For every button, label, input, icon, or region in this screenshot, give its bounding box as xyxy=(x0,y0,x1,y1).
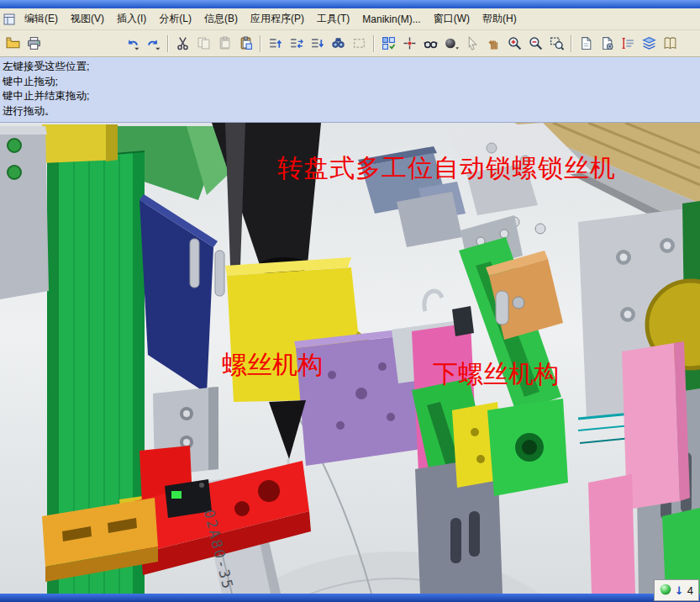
list-swap-icon[interactable] xyxy=(287,34,306,53)
prompt-line: 左键接受这些位置; xyxy=(3,60,697,75)
annotation-lower-screw-mechanism: 下螺丝机构 xyxy=(433,357,559,392)
zoom-out-icon[interactable] xyxy=(526,34,545,53)
menu-edit[interactable]: 编辑(E) xyxy=(18,9,64,29)
toolbar-separator xyxy=(373,35,375,52)
menu-bar: 编辑(E) 视图(V) 插入(I) 分析(L) 信息(B) 应用程序(P) 工具… xyxy=(0,8,700,30)
menu-information[interactable]: 信息(B) xyxy=(198,9,244,29)
application-window: 编辑(E) 视图(V) 插入(I) 分析(L) 信息(B) 应用程序(P) 工具… xyxy=(0,0,700,602)
find-icon[interactable] xyxy=(329,34,348,53)
copy-icon[interactable] xyxy=(194,34,213,53)
taskbar-strip xyxy=(0,594,700,602)
menu-tools[interactable]: 工具(T) xyxy=(311,9,355,29)
part-green-block[interactable] xyxy=(487,399,568,496)
main-toolbar xyxy=(0,30,700,57)
annotation-machine-title: 转盘式多工位自动锁螺锁丝机 xyxy=(277,151,616,186)
point-constructor-icon[interactable] xyxy=(400,34,419,53)
new-sheet-icon[interactable] xyxy=(576,34,596,53)
title-bar[interactable] xyxy=(0,0,700,8)
paste-special-icon[interactable] xyxy=(236,34,255,53)
menu-help[interactable]: 帮助(H) xyxy=(476,9,523,29)
part-bottom-pink-plate[interactable] xyxy=(588,474,635,594)
undo-icon[interactable] xyxy=(123,34,142,53)
layers-icon[interactable] xyxy=(639,34,659,53)
graphics-viewport[interactable]: 转盘式多工位自动锁螺锁丝机 螺丝机构 下螺丝机构 02A80-35 xyxy=(0,123,700,594)
rename-text-icon[interactable] xyxy=(618,34,638,53)
tray-sphere-icon[interactable] xyxy=(660,584,671,598)
zoom-window-icon[interactable] xyxy=(547,34,566,53)
system-menu-icon[interactable] xyxy=(3,13,15,25)
tray-count: 4 xyxy=(687,584,693,597)
print-icon[interactable] xyxy=(24,34,44,53)
open-icon[interactable] xyxy=(3,34,23,53)
prompt-area: 左键接受这些位置; 键中止拖动; 键中止并结束拖动; 进行拖动。 xyxy=(0,57,700,123)
selection-box-icon[interactable] xyxy=(350,34,369,53)
material-sphere-icon[interactable] xyxy=(442,34,461,53)
annotation-screw-mechanism: 螺丝机构 xyxy=(222,348,323,383)
down-arrow-icon[interactable]: ↓ xyxy=(675,584,684,597)
spectacles-icon[interactable] xyxy=(421,34,440,53)
redo-icon[interactable] xyxy=(144,34,163,53)
cad-scene[interactable] xyxy=(0,123,700,594)
toolbar-separator xyxy=(260,35,261,52)
menu-view[interactable]: 视图(V) xyxy=(65,9,110,29)
paste-icon[interactable] xyxy=(215,34,234,53)
menu-manikin[interactable]: Manikin(M)... xyxy=(356,11,426,28)
menu-window[interactable]: 窗口(W) xyxy=(428,9,476,29)
part-left-gray-plate[interactable] xyxy=(0,126,49,299)
display-options-icon[interactable] xyxy=(379,34,398,53)
menu-insert[interactable]: 插入(I) xyxy=(111,9,152,29)
tray-box[interactable]: ↓ 4 xyxy=(654,579,699,601)
pan-hand-icon[interactable] xyxy=(484,34,503,53)
notebook-icon[interactable] xyxy=(661,34,680,53)
zoom-in-icon[interactable] xyxy=(505,34,524,53)
prompt-line: 键中止拖动; xyxy=(3,75,697,90)
list-up-icon[interactable] xyxy=(266,34,285,53)
toolbar-separator xyxy=(167,35,169,52)
part-top-yellow-block[interactable] xyxy=(42,124,118,163)
menu-analysis[interactable]: 分析(L) xyxy=(153,9,197,29)
prompt-line: 键中止并结束拖动; xyxy=(3,89,697,104)
sheet-settings-icon[interactable] xyxy=(597,34,617,53)
menu-application[interactable]: 应用程序(P) xyxy=(245,9,310,29)
toolbar-separator xyxy=(571,35,572,52)
select-cursor-icon[interactable] xyxy=(463,34,482,53)
cut-icon[interactable] xyxy=(173,34,192,53)
list-down-icon[interactable] xyxy=(308,34,327,53)
prompt-line: 进行拖动。 xyxy=(3,104,697,119)
